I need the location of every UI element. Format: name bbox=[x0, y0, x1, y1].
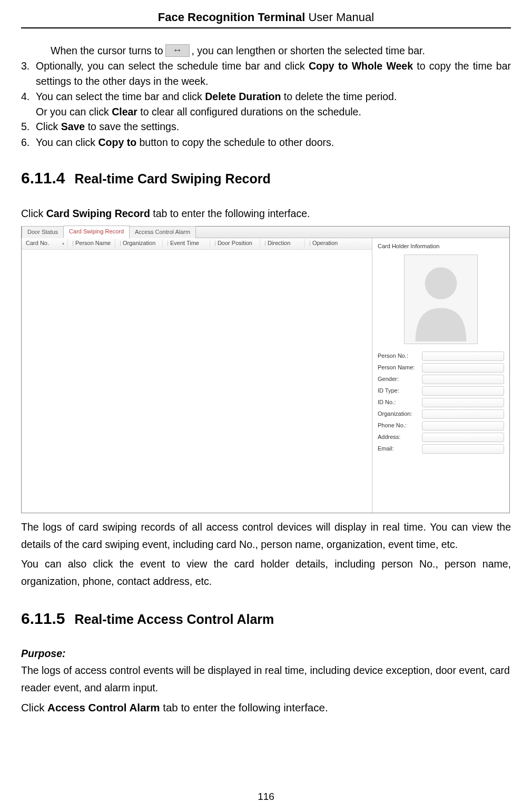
list-item: 5. Click Save to save the settings. bbox=[21, 119, 511, 134]
info-row: Address: bbox=[378, 433, 504, 442]
grid-body-empty bbox=[22, 250, 372, 513]
info-field[interactable] bbox=[422, 386, 504, 396]
records-grid: Card No. | Person Name | Organization | … bbox=[22, 238, 372, 513]
avatar-placeholder bbox=[404, 255, 478, 344]
section-heading-6-11-5: 6.11.5Real-time Access Control Alarm bbox=[21, 607, 511, 630]
col-organization[interactable]: | Organization bbox=[115, 239, 163, 248]
info-label: Person Name: bbox=[378, 364, 422, 372]
info-label: ID Type: bbox=[378, 387, 422, 395]
info-field[interactable] bbox=[422, 421, 504, 431]
info-field[interactable] bbox=[422, 351, 504, 361]
info-field[interactable] bbox=[422, 409, 504, 419]
info-label: Email: bbox=[378, 445, 422, 453]
info-row: ID Type: bbox=[378, 386, 504, 396]
info-label: Address: bbox=[378, 433, 422, 442]
cursor-instruction: When the cursor turns to , you can lengt… bbox=[21, 43, 511, 58]
info-field[interactable] bbox=[422, 398, 504, 407]
header-thin: User Manual bbox=[305, 11, 374, 24]
info-field[interactable] bbox=[422, 375, 504, 384]
info-row: ID No.: bbox=[378, 398, 504, 407]
section1-para1: The logs of card swiping records of all … bbox=[21, 518, 511, 553]
section1-para2: You can also click the event to view the… bbox=[21, 555, 511, 590]
list-item: 6. You can click Copy to button to copy … bbox=[21, 135, 511, 150]
person-icon bbox=[405, 255, 477, 344]
card-swiping-record-screenshot: Door Status Card Swiping Record Access C… bbox=[21, 226, 510, 513]
col-event-time[interactable]: | Event Time bbox=[163, 239, 210, 248]
list-item: 3. Optionally, you can select the schedu… bbox=[21, 58, 511, 89]
info-field[interactable] bbox=[422, 433, 504, 442]
list-item-sub: Or you can click Clear to clear all conf… bbox=[21, 104, 511, 119]
info-label: Organization: bbox=[378, 410, 422, 418]
info-row: Person Name: bbox=[378, 363, 504, 373]
figure-tabs: Door Status Card Swiping Record Access C… bbox=[22, 227, 509, 238]
purpose-label: Purpose: bbox=[21, 646, 511, 661]
card-holder-title: Card Holder Information bbox=[378, 241, 504, 252]
col-person-name[interactable]: | Person Name bbox=[68, 239, 115, 248]
col-operation[interactable]: | Operation bbox=[305, 239, 372, 248]
svg-point-1 bbox=[425, 268, 457, 300]
info-label: Phone No.: bbox=[378, 422, 422, 430]
info-field[interactable] bbox=[422, 444, 504, 454]
info-row: Organization: bbox=[378, 409, 504, 419]
col-door-position[interactable]: | Door Position bbox=[210, 239, 260, 248]
col-direction[interactable]: | Direction bbox=[260, 239, 305, 248]
info-label: ID No.: bbox=[378, 398, 422, 407]
info-row: Gender: bbox=[378, 375, 504, 384]
resize-cursor-icon bbox=[165, 44, 190, 57]
info-label: Gender: bbox=[378, 375, 422, 384]
info-row: Phone No.: bbox=[378, 421, 504, 431]
tab-access-control-alarm[interactable]: Access Control Alarm bbox=[129, 226, 196, 238]
page-header: Face Recognition Terminal User Manual bbox=[21, 11, 511, 28]
info-row: Person No.: bbox=[378, 351, 504, 361]
info-row: Email: bbox=[378, 444, 504, 454]
page-number: 116 bbox=[0, 791, 532, 803]
grid-header: Card No. | Person Name | Organization | … bbox=[22, 238, 372, 250]
card-holder-panel: Card Holder Information Person No.:Perso… bbox=[372, 238, 509, 513]
section1-intro: Click Card Swiping Record tab to enter t… bbox=[21, 205, 511, 222]
col-card-no[interactable]: Card No. bbox=[22, 239, 68, 248]
purpose-text: The logs of access control events will b… bbox=[21, 662, 511, 697]
list-item: 4. You can select the time bar and click… bbox=[21, 89, 511, 104]
header-bold: Face Recognition Terminal bbox=[158, 11, 306, 24]
info-label: Person No.: bbox=[378, 352, 422, 360]
tab-door-status[interactable]: Door Status bbox=[22, 226, 64, 238]
section2-instruction: Click Access Control Alarm tab to enter … bbox=[21, 699, 511, 717]
tab-card-swiping-record[interactable]: Card Swiping Record bbox=[63, 226, 130, 238]
section-heading-6-11-4: 6.11.4Real-time Card Swiping Record bbox=[21, 167, 511, 190]
info-field[interactable] bbox=[422, 363, 504, 373]
